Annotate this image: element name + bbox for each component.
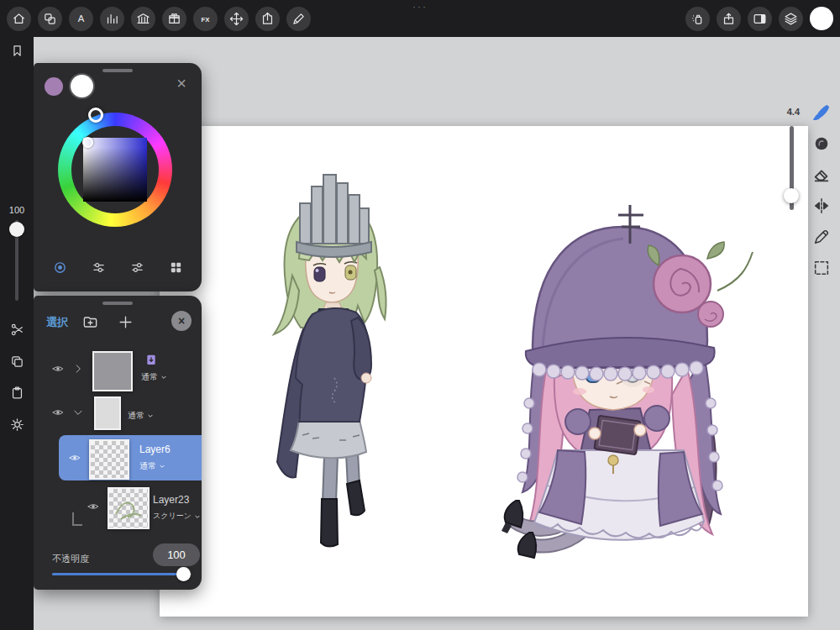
material-button[interactable] <box>131 7 155 31</box>
export-icon <box>260 12 275 26</box>
layer-row[interactable]: 通常 <box>34 395 202 435</box>
fx-button[interactable]: FX <box>193 7 218 31</box>
smudge-tool-button[interactable] <box>809 131 834 156</box>
transform-button[interactable] <box>224 7 249 31</box>
chevron-down-icon <box>194 513 201 520</box>
rail-opacity-slider-knob[interactable] <box>9 222 24 237</box>
layer-row[interactable]: Layer23 スクリーン <box>34 484 202 533</box>
paint-icon <box>690 12 705 26</box>
layer-name: Layer23 <box>153 494 189 506</box>
layers-panel-drag-handle[interactable] <box>102 302 133 305</box>
saturation-value-square[interactable] <box>83 138 147 202</box>
brush-tool-button[interactable] <box>809 100 834 125</box>
layers-panel-button[interactable] <box>779 7 803 31</box>
opacity-slider-knob[interactable] <box>176 567 191 581</box>
copy-icon <box>10 354 24 369</box>
sv-marker[interactable] <box>82 137 93 148</box>
tone-mode-button[interactable] <box>126 256 148 278</box>
layers-panel: 選択 × 通常 通常 Layer6 通常 Layer23 スクリーン 不透明度 … <box>34 296 202 590</box>
primary-color-swatch[interactable] <box>71 75 93 97</box>
eye-icon <box>67 452 82 464</box>
layers-panel-close-button[interactable]: × <box>171 311 192 331</box>
smudge-icon <box>812 134 831 153</box>
color-circle-icon <box>53 260 67 275</box>
chevron-down-icon <box>160 374 167 381</box>
eraser-icon <box>812 165 831 184</box>
color-panel-drag-handle[interactable] <box>102 69 133 72</box>
secondary-color-swatch[interactable] <box>45 77 63 96</box>
visibility-toggle[interactable] <box>50 407 66 418</box>
select-mode-label[interactable]: 選択 <box>46 315 68 330</box>
share-button[interactable] <box>717 7 741 31</box>
visibility-toggle[interactable] <box>67 452 82 464</box>
text-tool-button[interactable]: A <box>69 7 93 31</box>
blend-mode-select[interactable]: 通常 <box>141 371 167 383</box>
drawing-canvas[interactable] <box>160 126 808 617</box>
layer-row-selected[interactable]: Layer6 通常 <box>34 435 202 480</box>
gear-icon <box>10 417 24 432</box>
chevron-down-icon <box>147 412 154 419</box>
blend-mode-select[interactable]: スクリーン <box>153 511 201 522</box>
wheel-mode-button[interactable] <box>49 256 71 278</box>
expand-chevron[interactable] <box>72 363 84 375</box>
eraser-tool-button[interactable] <box>809 162 834 187</box>
blend-mode-select[interactable]: 通常 <box>128 410 154 422</box>
columns-icon <box>105 12 119 26</box>
current-color-swatch[interactable] <box>810 7 833 30</box>
paste-button[interactable] <box>0 386 34 400</box>
marquee-tool-button[interactable] <box>809 255 834 281</box>
decoration-button[interactable] <box>162 7 186 31</box>
brush-size-value: 4.4 <box>787 107 800 117</box>
copy-button[interactable] <box>0 354 34 369</box>
hue-marker[interactable] <box>88 108 103 123</box>
layer-row[interactable]: 通常 <box>34 348 202 393</box>
palette-grid-button[interactable] <box>165 256 186 278</box>
toolbar-right-group <box>685 7 840 31</box>
collapse-chevron[interactable] <box>72 407 84 418</box>
eyedropper-icon <box>812 228 831 246</box>
eyedropper-tool-button[interactable] <box>809 224 834 249</box>
paint-tools-button[interactable] <box>685 7 710 31</box>
brush-size-slider-knob[interactable] <box>784 188 799 203</box>
sliders-icon <box>92 260 106 275</box>
home-button[interactable] <box>7 7 31 31</box>
layer-thumbnail[interactable] <box>89 439 129 480</box>
eye-icon <box>50 407 66 418</box>
visibility-toggle[interactable] <box>50 363 66 375</box>
symmetry-tool-button[interactable] <box>809 193 834 218</box>
layer-thumbnail[interactable] <box>92 351 133 391</box>
bookmark-icon <box>10 44 24 58</box>
blend-mode-select[interactable]: 通常 <box>139 460 165 472</box>
cut-button[interactable] <box>0 323 34 337</box>
layer-thumbnail[interactable] <box>108 487 150 529</box>
add-folder-button[interactable] <box>82 314 98 330</box>
pen-icon <box>291 12 306 26</box>
settings-button[interactable] <box>0 417 34 432</box>
svg-text:A: A <box>78 13 85 24</box>
symmetry-icon <box>812 197 831 215</box>
add-layer-button[interactable] <box>118 314 134 330</box>
bookmark-button[interactable] <box>0 44 34 58</box>
pen-settings-button[interactable] <box>286 7 311 31</box>
sketch-preview <box>109 489 148 528</box>
sliders-mode-button[interactable] <box>87 256 109 278</box>
columns-button[interactable] <box>100 7 124 31</box>
tone-sliders-icon <box>130 260 144 275</box>
marquee-icon <box>812 259 831 277</box>
color-panel-close-button[interactable]: × <box>176 75 186 92</box>
import-button[interactable] <box>255 7 280 31</box>
character-pink-witch <box>501 205 753 558</box>
color-panel-controls <box>49 256 186 278</box>
multitask-dots: ··· <box>412 1 428 13</box>
folder-plus-icon <box>82 314 98 330</box>
visibility-toggle[interactable] <box>86 501 101 512</box>
home-icon <box>12 12 26 26</box>
color-panel: × <box>34 63 202 291</box>
opacity-value: 100 <box>153 543 200 566</box>
rail-opacity-value: 100 <box>0 205 34 215</box>
gift-icon <box>167 12 181 26</box>
folder-thumbnail[interactable] <box>94 396 121 430</box>
panel-toggle-button[interactable] <box>748 7 772 31</box>
shapes-button[interactable] <box>38 7 62 31</box>
share-icon <box>722 12 736 26</box>
